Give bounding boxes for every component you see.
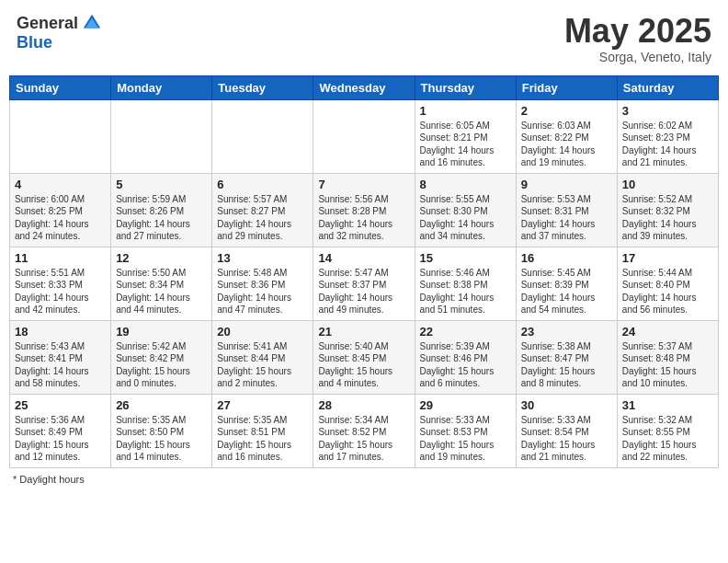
cell-line: Daylight: 15 hours and 22 minutes. [622, 440, 697, 463]
cell-content: Sunrise: 5:48 AMSunset: 8:36 PMDaylight:… [217, 267, 308, 316]
cell-line: Daylight: 14 hours and 29 minutes. [217, 219, 291, 242]
calendar-cell: 11Sunrise: 5:51 AMSunset: 8:33 PMDayligh… [10, 247, 111, 320]
day-number: 4 [15, 178, 106, 191]
day-number: 29 [420, 398, 511, 412]
calendar-cell: 13Sunrise: 5:48 AMSunset: 8:36 PMDayligh… [212, 247, 313, 320]
cell-line: Sunrise: 5:43 AM [15, 341, 85, 351]
cell-line: Sunrise: 5:55 AM [420, 194, 490, 204]
cell-line: Daylight: 15 hours and 14 minutes. [116, 440, 190, 463]
cell-line: Sunrise: 5:56 AM [318, 194, 388, 204]
cell-line: Sunset: 8:50 PM [116, 427, 184, 437]
cell-line: Daylight: 14 hours and 58 minutes. [15, 366, 89, 389]
cell-content: Sunrise: 6:02 AMSunset: 8:23 PMDaylight:… [622, 120, 713, 169]
calendar-cell: 27Sunrise: 5:35 AMSunset: 8:51 PMDayligh… [212, 394, 313, 467]
cell-line: Daylight: 15 hours and 12 minutes. [15, 440, 89, 463]
cell-line: Sunset: 8:47 PM [521, 353, 589, 363]
cell-line: Sunset: 8:32 PM [622, 206, 690, 216]
calendar-cell: 12Sunrise: 5:50 AMSunset: 8:34 PMDayligh… [111, 247, 212, 320]
cell-line: Sunrise: 6:05 AM [420, 121, 490, 131]
cell-line: Sunrise: 5:50 AM [116, 268, 186, 278]
day-number: 1 [420, 104, 511, 118]
cell-line: Daylight: 15 hours and 10 minutes. [622, 366, 697, 389]
cell-line: Sunset: 8:28 PM [318, 206, 386, 216]
page: General Blue May 2025 Sorga, Veneto, Ita… [0, 0, 728, 563]
day-number: 23 [521, 325, 612, 339]
cell-line: Daylight: 14 hours and 37 minutes. [521, 219, 596, 242]
calendar-cell: 25Sunrise: 5:36 AMSunset: 8:49 PMDayligh… [10, 394, 111, 467]
day-number: 9 [521, 178, 612, 191]
cell-line: Daylight: 15 hours and 17 minutes. [318, 440, 392, 463]
calendar-cell: 8Sunrise: 5:55 AMSunset: 8:30 PMDaylight… [415, 173, 516, 247]
days-header-row: SundayMondayTuesdayWednesdayThursdayFrid… [10, 75, 719, 99]
cell-line: Daylight: 14 hours and 19 minutes. [521, 145, 596, 168]
cell-content: Sunrise: 6:05 AMSunset: 8:21 PMDaylight:… [420, 120, 511, 169]
week-row-2: 4Sunrise: 6:00 AMSunset: 8:25 PMDaylight… [10, 173, 719, 247]
cell-line: Sunset: 8:53 PM [420, 427, 488, 437]
calendar-cell [10, 99, 111, 173]
cell-content: Sunrise: 5:35 AMSunset: 8:51 PMDaylight:… [217, 414, 308, 464]
cell-content: Sunrise: 5:45 AMSunset: 8:39 PMDaylight:… [521, 267, 612, 316]
cell-content: Sunrise: 5:40 AMSunset: 8:45 PMDaylight:… [318, 340, 409, 390]
calendar-cell: 7Sunrise: 5:56 AMSunset: 8:28 PMDaylight… [313, 173, 415, 247]
cell-line: Daylight: 14 hours and 49 minutes. [318, 293, 392, 316]
cell-line: Sunset: 8:27 PM [217, 206, 285, 216]
day-number: 20 [217, 325, 308, 339]
cell-line: Sunrise: 6:00 AM [15, 194, 85, 204]
cell-line: Sunrise: 5:33 AM [420, 415, 490, 425]
week-row-4: 18Sunrise: 5:43 AMSunset: 8:41 PMDayligh… [10, 320, 719, 394]
cell-line: Sunset: 8:39 PM [521, 280, 589, 290]
calendar-cell: 28Sunrise: 5:34 AMSunset: 8:52 PMDayligh… [313, 394, 415, 467]
calendar-cell: 17Sunrise: 5:44 AMSunset: 8:40 PMDayligh… [617, 247, 718, 320]
calendar-cell: 22Sunrise: 5:39 AMSunset: 8:46 PMDayligh… [415, 320, 516, 394]
cell-content: Sunrise: 5:33 AMSunset: 8:53 PMDaylight:… [420, 414, 511, 464]
col-header-thursday: Thursday [415, 75, 516, 99]
cell-content: Sunrise: 5:36 AMSunset: 8:49 PMDaylight:… [15, 414, 106, 464]
cell-line: Sunrise: 5:52 AM [622, 194, 692, 204]
cell-content: Sunrise: 5:55 AMSunset: 8:30 PMDaylight:… [420, 193, 511, 243]
cell-line: Daylight: 15 hours and 21 minutes. [521, 440, 596, 463]
calendar-cell: 24Sunrise: 5:37 AMSunset: 8:48 PMDayligh… [617, 320, 718, 394]
cell-line: Sunrise: 5:41 AM [217, 341, 287, 351]
cell-line: Daylight: 14 hours and 34 minutes. [420, 219, 495, 242]
day-number: 10 [622, 178, 713, 191]
cell-line: Daylight: 14 hours and 47 minutes. [217, 293, 291, 316]
cell-line: Sunrise: 5:44 AM [622, 268, 692, 278]
day-number: 31 [622, 398, 713, 412]
cell-line: Sunrise: 6:02 AM [622, 121, 692, 131]
calendar-cell: 29Sunrise: 5:33 AMSunset: 8:53 PMDayligh… [415, 394, 516, 467]
logo-general-text: General [17, 14, 78, 33]
footer-note-text: Daylight hours [19, 474, 84, 485]
calendar-subtitle: Sorga, Veneto, Italy [564, 50, 711, 64]
cell-line: Daylight: 14 hours and 54 minutes. [521, 293, 596, 316]
col-header-sunday: Sunday [10, 75, 111, 99]
day-number: 17 [622, 251, 713, 265]
cell-content: Sunrise: 5:42 AMSunset: 8:42 PMDaylight:… [116, 340, 207, 390]
calendar-cell: 18Sunrise: 5:43 AMSunset: 8:41 PMDayligh… [10, 320, 111, 394]
cell-line: Sunrise: 5:34 AM [318, 415, 388, 425]
cell-line: Sunset: 8:36 PM [217, 280, 285, 290]
calendar-cell: 16Sunrise: 5:45 AMSunset: 8:39 PMDayligh… [516, 247, 617, 320]
calendar-cell [111, 99, 212, 173]
week-row-5: 25Sunrise: 5:36 AMSunset: 8:49 PMDayligh… [10, 394, 719, 467]
calendar-cell: 4Sunrise: 6:00 AMSunset: 8:25 PMDaylight… [10, 173, 111, 247]
cell-content: Sunrise: 5:34 AMSunset: 8:52 PMDaylight:… [318, 414, 409, 464]
day-number: 27 [217, 398, 308, 412]
cell-line: Sunset: 8:25 PM [15, 206, 83, 216]
cell-line: Sunset: 8:51 PM [217, 427, 285, 437]
col-header-monday: Monday [111, 75, 212, 99]
day-number: 15 [420, 251, 511, 265]
cell-line: Daylight: 15 hours and 16 minutes. [217, 440, 291, 463]
day-number: 7 [318, 178, 409, 191]
calendar-cell: 19Sunrise: 5:42 AMSunset: 8:42 PMDayligh… [111, 320, 212, 394]
calendar-cell: 15Sunrise: 5:46 AMSunset: 8:38 PMDayligh… [415, 247, 516, 320]
day-number: 5 [116, 178, 207, 191]
cell-line: Sunset: 8:46 PM [420, 353, 488, 363]
logo: General Blue [17, 13, 102, 52]
cell-line: Sunset: 8:30 PM [420, 206, 488, 216]
day-number: 19 [116, 325, 207, 339]
day-number: 22 [420, 325, 511, 339]
calendar-cell [313, 99, 415, 173]
cell-line: Sunrise: 5:40 AM [318, 341, 388, 351]
day-number: 12 [116, 251, 207, 265]
calendar-table: SundayMondayTuesdayWednesdayThursdayFrid… [9, 75, 719, 468]
